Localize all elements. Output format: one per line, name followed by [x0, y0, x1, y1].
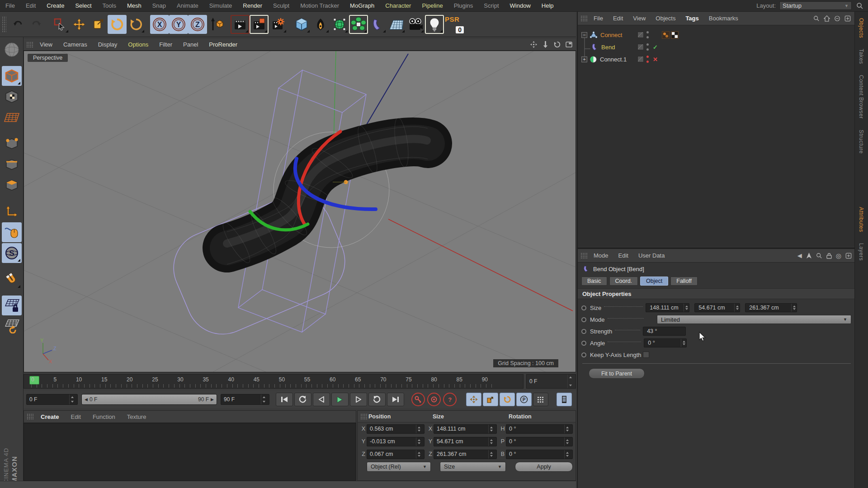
floor-environment-button[interactable]: [387, 15, 406, 34]
preview-range-slider[interactable]: ◀ 0 F 90 F ▶: [81, 394, 217, 405]
keyframe-selection-button[interactable]: ?: [443, 393, 457, 406]
object-manager-grip[interactable]: [580, 15, 588, 22]
size-y-stepper[interactable]: [488, 437, 494, 446]
menu-item[interactable]: Plugins: [448, 2, 479, 9]
add-cube-button[interactable]: [292, 15, 311, 34]
tree-row-connect1[interactable]: + Connect.1 ✕: [578, 53, 854, 65]
mode-dropdown[interactable]: Limited▼: [657, 315, 851, 324]
previous-frame-button[interactable]: [313, 393, 330, 406]
search-icon[interactable]: [816, 253, 822, 259]
key-rotation-button[interactable]: [500, 393, 515, 406]
size-x-input[interactable]: 148.111 cm: [646, 303, 689, 312]
workplane-align-button[interactable]: [2, 316, 22, 336]
redo-button[interactable]: [27, 15, 46, 34]
next-key-button[interactable]: [368, 393, 386, 406]
viewport-solo-button[interactable]: [2, 222, 22, 242]
render-view-button[interactable]: [231, 15, 250, 34]
rot-p-field[interactable]: 0 °: [506, 437, 573, 446]
dock-tab[interactable]: Attributes: [858, 202, 864, 237]
camera-button[interactable]: [406, 15, 425, 34]
size-y-input[interactable]: 54.671 cm: [694, 303, 740, 312]
pos-y-field[interactable]: -0.013 cm: [367, 437, 425, 446]
attribute-manager-grip[interactable]: [580, 253, 588, 259]
dock-tab[interactable]: Takes: [858, 44, 864, 69]
viewport-rotate-icon[interactable]: [552, 41, 561, 48]
pick-arrow-icon[interactable]: [806, 253, 812, 259]
range-end-stepper[interactable]: [261, 394, 266, 404]
collapse-icon[interactable]: −: [581, 32, 587, 38]
dock-tab[interactable]: Structure: [858, 125, 864, 158]
simulation-button[interactable]: S: [2, 243, 22, 263]
phong-tag-icon[interactable]: [662, 31, 670, 39]
current-frame-field[interactable]: 0 F: [526, 374, 576, 389]
goto-start-button[interactable]: [276, 393, 293, 406]
menu-item[interactable]: Script: [478, 2, 504, 9]
menu-item[interactable]: Sculpt: [268, 2, 295, 9]
x-axis-lock-button[interactable]: X: [150, 15, 169, 34]
size-mode-dropdown[interactable]: Size▼: [440, 462, 506, 472]
frame-stepper[interactable]: [567, 375, 573, 388]
rot-p-stepper[interactable]: [564, 437, 570, 446]
rot-b-stepper[interactable]: [564, 450, 570, 459]
previous-key-button[interactable]: [294, 393, 311, 406]
next-frame-button[interactable]: [350, 393, 367, 406]
object-manager-menu-item[interactable]: File: [589, 15, 608, 22]
rot-h-field[interactable]: 0 °: [506, 424, 573, 434]
menu-item[interactable]: Snap: [147, 2, 171, 9]
rotate-tool[interactable]: [108, 15, 127, 34]
size-z-field[interactable]: 261.367 cm: [434, 450, 497, 459]
texture-mode-button[interactable]: [2, 87, 22, 107]
range-end-field[interactable]: 90 F: [221, 394, 269, 405]
size-x-stepper[interactable]: [488, 425, 494, 433]
viewport-pan-icon[interactable]: [529, 41, 538, 48]
menu-item[interactable]: Animate: [171, 2, 204, 9]
rot-b-field[interactable]: 0 °: [506, 450, 573, 459]
material-manager-grip[interactable]: [27, 413, 34, 420]
key-parameter-button[interactable]: P: [516, 393, 532, 406]
bend-deformer-button[interactable]: [368, 15, 387, 34]
range-start-stepper[interactable]: [69, 394, 75, 404]
last-tool-used[interactable]: [127, 15, 146, 34]
object-manager-menu-item[interactable]: Objects: [651, 15, 680, 22]
strength-input[interactable]: 43 °: [643, 327, 686, 336]
stepper[interactable]: [681, 339, 686, 347]
polygons-mode-button[interactable]: [2, 175, 22, 195]
coordinate-grip[interactable]: [360, 413, 368, 420]
attribute-tab[interactable]: Basic: [581, 277, 607, 286]
search-icon[interactable]: [813, 15, 820, 22]
scale-tool[interactable]: [89, 15, 108, 34]
param-dot-icon[interactable]: [581, 305, 586, 310]
material-menu-item[interactable]: Create: [35, 413, 65, 420]
viewport-menu-item[interactable]: Panel: [178, 41, 203, 48]
material-menu-item[interactable]: Function: [87, 413, 121, 420]
viewport-menu-item[interactable]: ProRender: [203, 41, 243, 48]
param-dot-icon[interactable]: [581, 329, 586, 334]
enabled-check-icon[interactable]: ✓: [653, 44, 658, 51]
attribute-menu-item[interactable]: User Data: [633, 252, 670, 259]
param-dot-icon[interactable]: [581, 341, 586, 346]
attribute-tab[interactable]: Object: [640, 277, 668, 286]
edges-mode-button[interactable]: [2, 155, 22, 174]
menu-item[interactable]: Render: [237, 2, 268, 9]
viewport-menu-item[interactable]: Options: [123, 41, 154, 48]
stepper[interactable]: [684, 304, 689, 312]
timeline-window-button[interactable]: [557, 393, 572, 406]
key-position-button[interactable]: [466, 393, 481, 406]
viewport-menu-item[interactable]: Filter: [154, 41, 178, 48]
play-button[interactable]: [331, 393, 349, 406]
history-back-icon[interactable]: ◀: [797, 252, 802, 259]
object-manager-menu-item[interactable]: Bookmarks: [704, 15, 743, 22]
perspective-viewport[interactable]: Perspective Grid Spacing : 100 cm Y Z X: [24, 51, 576, 372]
toolbar-grip[interactable]: [2, 16, 6, 33]
autokey-button[interactable]: [427, 393, 441, 406]
live-selection-tool[interactable]: [51, 15, 70, 34]
range-right-arrow-icon[interactable]: ▶: [211, 397, 214, 402]
new-panel-icon[interactable]: [845, 253, 852, 259]
size-z-input[interactable]: 261.367 cm: [745, 303, 797, 312]
menu-item[interactable]: Pipeline: [416, 2, 448, 9]
visibility-dots[interactable]: [646, 56, 649, 63]
layer-toggle[interactable]: [637, 56, 644, 62]
angle-input[interactable]: 0 °: [644, 338, 687, 347]
layout-select[interactable]: Startup ▼: [779, 1, 852, 10]
menu-item[interactable]: Create: [41, 2, 70, 9]
